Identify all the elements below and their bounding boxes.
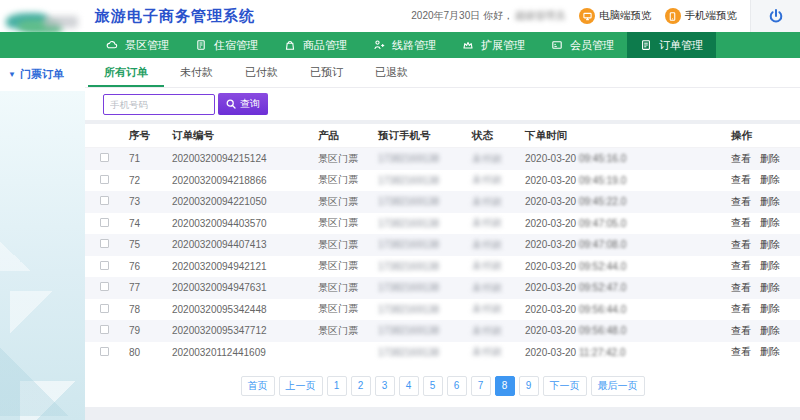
nav-item-label: 商品管理 (303, 38, 347, 53)
view-link[interactable]: 查看 (731, 281, 751, 295)
row-checkbox[interactable] (100, 304, 109, 313)
nav-item-扩展管理[interactable]: 扩展管理 (449, 32, 538, 58)
tab-已付款[interactable]: 已付款 (229, 58, 294, 87)
row-checkbox[interactable] (100, 325, 109, 334)
tab-未付款[interactable]: 未付款 (164, 58, 229, 87)
nav-item-线路管理[interactable]: 线路管理 (360, 32, 449, 58)
row-checkbox-cell (85, 325, 121, 336)
row-checkbox-cell (85, 196, 121, 207)
view-link[interactable]: 查看 (731, 216, 751, 230)
row-checkbox[interactable] (100, 196, 109, 205)
row-checkbox-cell (85, 175, 121, 186)
tab-已预订[interactable]: 已预订 (294, 58, 359, 87)
sidebar-item-ticket-orders[interactable]: ▼ 门票订单 (0, 58, 85, 91)
pc-preview-button[interactable]: 电脑端预览 (579, 8, 652, 24)
order-time-cell: 2020-03-20 09:52:44.0 (518, 261, 723, 272)
delete-link[interactable]: 删除 (760, 302, 780, 316)
tab-已退款[interactable]: 已退款 (359, 58, 424, 87)
page-button-4[interactable]: 4 (399, 376, 419, 396)
chevron-down-icon: ▼ (8, 70, 16, 79)
nav-item-会员管理[interactable]: 会员管理 (538, 32, 627, 58)
view-link[interactable]: 查看 (731, 259, 751, 273)
nav-item-订单管理[interactable]: 订单管理 (627, 32, 716, 58)
order-date: 2020-03-20 (525, 239, 579, 250)
column-header: 预订手机号 (371, 129, 465, 143)
nav-item-住宿管理[interactable]: 住宿管理 (182, 32, 271, 58)
status-cell: 未付款 (465, 216, 518, 230)
page-button-首页[interactable]: 首页 (241, 376, 275, 396)
row-checkbox[interactable] (100, 175, 109, 184)
product-cell: 景区门票 (311, 173, 371, 187)
status-cell: 未付款 (465, 173, 518, 187)
table-header-row: 序号订单编号产品预订手机号状态下单时间操作 (85, 124, 800, 148)
page-button-5[interactable]: 5 (423, 376, 443, 396)
table-row: 7920200320095347712景区门票17382169138未付款202… (85, 320, 800, 342)
username: 超级管理员 (515, 9, 565, 23)
actions-cell: 查看删除 (723, 216, 800, 230)
nav-item-label: 线路管理 (392, 38, 436, 53)
order-date: 2020-03-20 (525, 325, 579, 336)
page-button-3[interactable]: 3 (375, 376, 395, 396)
delete-link[interactable]: 删除 (760, 216, 780, 230)
page-button-最后一页[interactable]: 最后一页 (591, 376, 645, 396)
status-cell: 未付款 (465, 302, 518, 316)
logout-power-button[interactable] (750, 0, 800, 32)
delete-link[interactable]: 删除 (760, 281, 780, 295)
view-link[interactable]: 查看 (731, 238, 751, 252)
view-link[interactable]: 查看 (731, 324, 751, 338)
order-time-blurred: 09:56:44.0 (579, 304, 626, 315)
column-header: 下单时间 (518, 129, 723, 143)
order-date: 2020-03-20 (525, 282, 579, 293)
page-button-1[interactable]: 1 (327, 376, 347, 396)
phone-blurred: 17382169138 (378, 282, 439, 293)
tab-所有订单[interactable]: 所有订单 (88, 58, 164, 87)
status-cell: 未付款 (465, 195, 518, 209)
view-link[interactable]: 查看 (731, 345, 751, 359)
delete-link[interactable]: 删除 (760, 238, 780, 252)
order-time-blurred: 09:52:47.0 (579, 282, 626, 293)
order-time-cell: 2020-03-20 09:56:44.0 (518, 304, 723, 315)
table-row: 7820200320095342448景区门票17382169138未付款202… (85, 299, 800, 321)
phone-search-input[interactable] (103, 94, 215, 115)
delete-link[interactable]: 删除 (760, 259, 780, 273)
product-icon (284, 39, 296, 51)
column-header: 序号 (121, 129, 165, 143)
phone-cell: 17382169138 (371, 347, 465, 358)
row-checkbox[interactable] (100, 239, 109, 248)
order-time-cell: 2020-03-20 11:27:42.0 (518, 347, 723, 358)
row-checkbox[interactable] (100, 218, 109, 227)
page-button-7[interactable]: 7 (471, 376, 491, 396)
page-button-下一页[interactable]: 下一页 (543, 376, 587, 396)
delete-link[interactable]: 删除 (760, 324, 780, 338)
order-no-cell: 20200320094947631 (165, 282, 311, 293)
view-link[interactable]: 查看 (731, 173, 751, 187)
row-checkbox[interactable] (100, 153, 109, 162)
row-checkbox[interactable] (100, 261, 109, 270)
search-button[interactable]: 查询 (218, 93, 268, 115)
order-time-cell: 2020-03-20 09:47:05.0 (518, 218, 723, 229)
nav-item-商品管理[interactable]: 商品管理 (271, 32, 360, 58)
status-cell: 未付款 (465, 345, 518, 359)
row-checkbox[interactable] (100, 282, 109, 291)
row-checkbox-cell (85, 282, 121, 293)
view-link[interactable]: 查看 (731, 195, 751, 209)
row-checkbox[interactable] (100, 347, 109, 356)
mobile-preview-button[interactable]: 手机端预览 (665, 8, 738, 24)
delete-link[interactable]: 删除 (760, 195, 780, 209)
page-button-2[interactable]: 2 (351, 376, 371, 396)
phone-blurred: 17382169138 (378, 196, 439, 207)
page-button-上一页[interactable]: 上一页 (279, 376, 323, 396)
row-checkbox-cell (85, 239, 121, 250)
order-date: 2020-03-20 (525, 153, 579, 164)
view-link[interactable]: 查看 (731, 152, 751, 166)
nav-item-景区管理[interactable]: 景区管理 (93, 32, 182, 58)
page-button-6[interactable]: 6 (447, 376, 467, 396)
app-header: 旅游电子商务管理系统 2020年7月30日 你好， 超级管理员 电脑端预览 手机… (0, 0, 800, 32)
view-link[interactable]: 查看 (731, 302, 751, 316)
page-button-9[interactable]: 9 (519, 376, 539, 396)
delete-link[interactable]: 删除 (760, 345, 780, 359)
page-button-8[interactable]: 8 (495, 376, 515, 396)
delete-link[interactable]: 删除 (760, 152, 780, 166)
order-no-cell: 20200320094942121 (165, 261, 311, 272)
delete-link[interactable]: 删除 (760, 173, 780, 187)
